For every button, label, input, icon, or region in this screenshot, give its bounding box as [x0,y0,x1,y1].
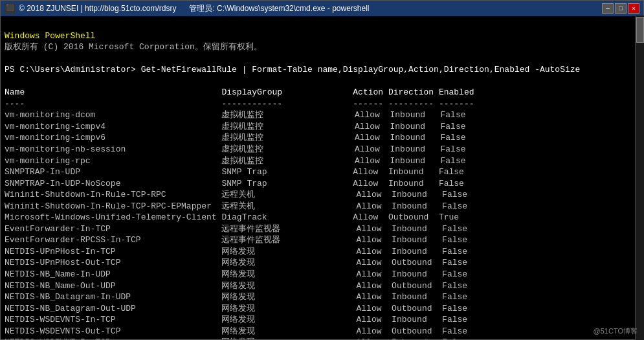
row-17: NETDIS-NB_Datagram-Out-UDP 网络发现 Allow Ou… [5,304,467,313]
row-14: NETDIS-NB_Name-In-UDP 网络发现 Allow Inbound… [5,269,467,279]
ps-line2: 版权所有 (C) 2016 Microsoft Corporation。保留所有… [5,42,262,52]
window-wrap: ⬛ © 2018 ZJUNSEI | http://blog.51cto.com… [0,0,644,340]
row-15: NETDIS-NB_Name-Out-UDP 网络发现 Allow Outbou… [5,281,467,291]
row-9: Microsoft-Windows-Unified-Telemetry-Clie… [5,212,459,222]
row-10: EventForwarder-In-TCP 远程事件监视器 Allow Inbo… [5,224,467,234]
title-bar-left: ⬛ © 2018 ZJUNSEI | http://blog.51cto.com… [5,3,370,14]
scrollbar[interactable] [635,16,644,340]
table-separator: ---- ------------ ------ --------- -----… [5,99,474,109]
row-11: EventForwarder-RPCSS-In-TCP 远程事件监视器 Allo… [5,235,467,245]
row-18: NETDIS-WSDEVNTS-In-TCP 网络发现 Allow Inboun… [5,315,467,324]
title-controls: — □ ✕ [602,3,639,14]
row-19: NETDIS-WSDEVNTS-Out-TCP 网络发现 Allow Outbo… [5,326,467,336]
scrollbar-thumb[interactable] [636,17,644,43]
row-1: vm-monitoring-icmpv4 虚拟机监控 Allow Inbound… [5,122,466,131]
row-13: NETDIS-UPnPHost-Out-TCP 网络发现 Allow Outbo… [5,258,467,267]
terminal-content: Windows PowerShell 版权所有 (C) 2016 Microso… [1,16,643,339]
row-4: vm-monitoring-rpc 虚拟机监控 Allow Inbound Fa… [5,156,466,166]
blog-url: © 2018 ZJUNSEI | http://blog.51cto.com/r… [19,4,176,13]
row-0: vm-monitoring-dcom 虚拟机监控 Allow Inbound F… [5,110,466,120]
maximize-button[interactable]: □ [615,3,627,14]
row-2: vm-monitoring-icmpv6 虚拟机监控 Allow Inbound… [5,133,466,142]
ps-command: PS C:\Users\Administrator> Get-NetFirewa… [5,65,580,74]
row-6: SNMPTRAP-In-UDP-NoScope SNMP Trap Allow … [5,179,464,188]
cmd-icon: ⬛ [5,3,15,14]
row-8: Wininit-Shutdown-In-Rule-TCP-RPC-EPMappe… [5,201,467,211]
row-3: vm-monitoring-nb-session 虚拟机监控 Allow Inb… [5,144,466,154]
row-16: NETDIS-NB_Datagram-In-UDP 网络发现 Allow Inb… [5,292,467,302]
watermark: @51CTO博客 [594,326,638,336]
row-7: Wininit-Shutdown-In-Rule-TCP-RPC 远程关机 Al… [5,190,467,199]
ps-line1: Windows PowerShell [5,31,95,41]
row-5: SNMPTRAP-In-UDP SNMP Trap Allow Inbound … [5,167,464,177]
table-headers: Name DisplayGroup Action Direction Enabl… [5,87,474,97]
title-bar: ⬛ © 2018 ZJUNSEI | http://blog.51cto.com… [1,1,643,16]
window-title: 管理员: C:\Windows\system32\cmd.exe - power… [189,4,369,13]
row-12: NETDIS-UPnPHost-In-TCP 网络发现 Allow Inboun… [5,247,467,256]
title-text: © 2018 ZJUNSEI | http://blog.51cto.com/r… [19,3,370,14]
minimize-button[interactable]: — [602,3,614,14]
close-button[interactable]: ✕ [628,3,639,14]
terminal-window: ⬛ © 2018 ZJUNSEI | http://blog.51cto.com… [0,0,644,340]
row-20: NETDIS-WSDEVNT-In-TCP 网络发现 Allow Inbound… [5,337,467,339]
